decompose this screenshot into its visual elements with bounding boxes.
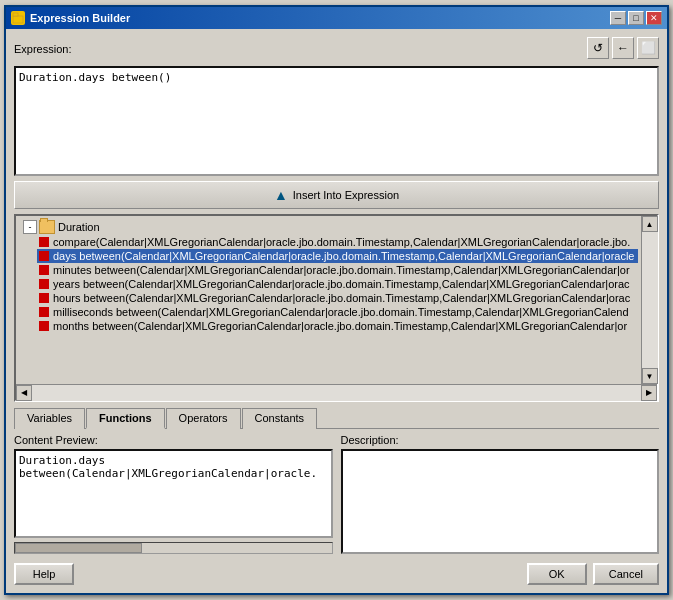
item-icon-0 <box>39 237 49 247</box>
item-text-2: minutes between(Calendar|XMLGregorianCal… <box>53 264 630 276</box>
item-icon-5 <box>39 307 49 317</box>
tab-functions[interactable]: Functions <box>86 408 165 429</box>
tree-wrapper: - Duration compare(Calendar|XMLGregorian… <box>16 216 657 384</box>
svg-rect-1 <box>13 13 18 16</box>
scroll-track-h[interactable] <box>32 385 641 401</box>
tree-container: - Duration compare(Calendar|XMLGregorian… <box>16 216 641 336</box>
tabs-row: Variables Functions Operators Constants <box>14 407 659 429</box>
tree-item-6[interactable]: months between(Calendar|XMLGregorianCale… <box>37 319 638 333</box>
main-content: Expression: ↺ ← ⬜ ▲ Insert Into Expressi… <box>6 29 667 593</box>
scroll-track-v[interactable] <box>642 232 658 368</box>
item-icon-2 <box>39 265 49 275</box>
item-text-5: milliseconds between(Calendar|XMLGregori… <box>53 306 629 318</box>
back-button[interactable]: ← <box>612 37 634 59</box>
folder-icon <box>39 220 55 234</box>
svg-rect-0 <box>13 16 23 23</box>
item-text-6: months between(Calendar|XMLGregorianCale… <box>53 320 627 332</box>
item-icon-6 <box>39 321 49 331</box>
item-text-1: days between(Calendar|XMLGregorianCalend… <box>53 250 635 262</box>
bottom-buttons: Help OK Cancel <box>14 563 659 585</box>
expand-icon[interactable]: - <box>23 220 37 234</box>
tab-variables[interactable]: Variables <box>14 408 85 429</box>
window-title: Expression Builder <box>30 12 130 24</box>
item-text-0: compare(Calendar|XMLGregorianCalendar|or… <box>53 236 630 248</box>
maximize-button[interactable]: □ <box>628 11 644 25</box>
tree-item-0[interactable]: compare(Calendar|XMLGregorianCalendar|or… <box>37 235 638 249</box>
tree-children: compare(Calendar|XMLGregorianCalendar|or… <box>37 235 638 333</box>
bottom-section: Content Preview: Duration.days between(C… <box>14 434 659 554</box>
expression-label: Expression: <box>14 43 71 55</box>
insert-button-label: Insert Into Expression <box>293 189 399 201</box>
description-area <box>341 449 660 554</box>
horizontal-scrollbar[interactable]: ◀ ▶ <box>16 384 657 400</box>
refresh-button[interactable]: ↺ <box>587 37 609 59</box>
insert-arrow-icon: ▲ <box>274 187 288 203</box>
tab-constants-label: Constants <box>255 412 305 424</box>
title-bar: Expression Builder ─ □ ✕ <box>6 7 667 29</box>
back-icon: ← <box>617 41 629 55</box>
item-text-3: years between(Calendar|XMLGregorianCalen… <box>53 278 630 290</box>
insert-into-expression-button[interactable]: ▲ Insert Into Expression <box>14 181 659 209</box>
refresh-icon: ↺ <box>593 41 603 55</box>
tab-functions-label: Functions <box>99 412 152 424</box>
item-icon-3 <box>39 279 49 289</box>
help-button[interactable]: Help <box>14 563 74 585</box>
tab-operators-label: Operators <box>179 412 228 424</box>
copy-icon: ⬜ <box>641 41 656 55</box>
scroll-right-button[interactable]: ▶ <box>641 385 657 401</box>
title-controls: ─ □ ✕ <box>610 11 662 25</box>
content-preview-area: Duration.days between(Calendar|XMLGregor… <box>14 449 333 538</box>
ok-button[interactable]: OK <box>527 563 587 585</box>
tab-variables-label: Variables <box>27 412 72 424</box>
minimize-button[interactable]: ─ <box>610 11 626 25</box>
description-label: Description: <box>341 434 660 446</box>
preview-scrollbar-thumb[interactable] <box>15 543 142 553</box>
tab-operators[interactable]: Operators <box>166 408 241 429</box>
content-preview-label: Content Preview: <box>14 434 333 446</box>
tree-panel: - Duration compare(Calendar|XMLGregorian… <box>16 216 641 384</box>
tab-constants[interactable]: Constants <box>242 408 318 429</box>
scroll-down-button[interactable]: ▼ <box>642 368 658 384</box>
expression-input[interactable] <box>14 66 659 176</box>
close-button[interactable]: ✕ <box>646 11 662 25</box>
scroll-up-button[interactable]: ▲ <box>642 216 658 232</box>
window-icon <box>11 11 25 25</box>
tree-item-3[interactable]: years between(Calendar|XMLGregorianCalen… <box>37 277 638 291</box>
item-text-4: hours between(Calendar|XMLGregorianCalen… <box>53 292 630 304</box>
title-bar-left: Expression Builder <box>11 11 130 25</box>
tree-item-1[interactable]: days between(Calendar|XMLGregorianCalend… <box>37 249 638 263</box>
description-box: Description: <box>341 434 660 554</box>
expression-builder-window: Expression Builder ─ □ ✕ Expression: ↺ ←… <box>4 5 669 595</box>
copy-button[interactable]: ⬜ <box>637 37 659 59</box>
tree-item-2[interactable]: minutes between(Calendar|XMLGregorianCal… <box>37 263 638 277</box>
vertical-scrollbar[interactable]: ▲ ▼ <box>641 216 657 384</box>
tree-folder-duration[interactable]: - Duration <box>21 219 638 235</box>
content-preview-box: Content Preview: Duration.days between(C… <box>14 434 333 554</box>
ok-cancel-group: OK Cancel <box>527 563 659 585</box>
folder-label: Duration <box>58 221 100 233</box>
cancel-button[interactable]: Cancel <box>593 563 659 585</box>
tree-item-4[interactable]: hours between(Calendar|XMLGregorianCalen… <box>37 291 638 305</box>
scroll-left-button[interactable]: ◀ <box>16 385 32 401</box>
item-icon-4 <box>39 293 49 303</box>
toolbar: ↺ ← ⬜ <box>587 37 659 59</box>
content-preview-value: Duration.days between(Calendar|XMLGregor… <box>19 454 317 480</box>
content-preview-hscroll[interactable] <box>14 542 333 554</box>
tree-item-5[interactable]: milliseconds between(Calendar|XMLGregori… <box>37 305 638 319</box>
item-icon-1 <box>39 251 49 261</box>
